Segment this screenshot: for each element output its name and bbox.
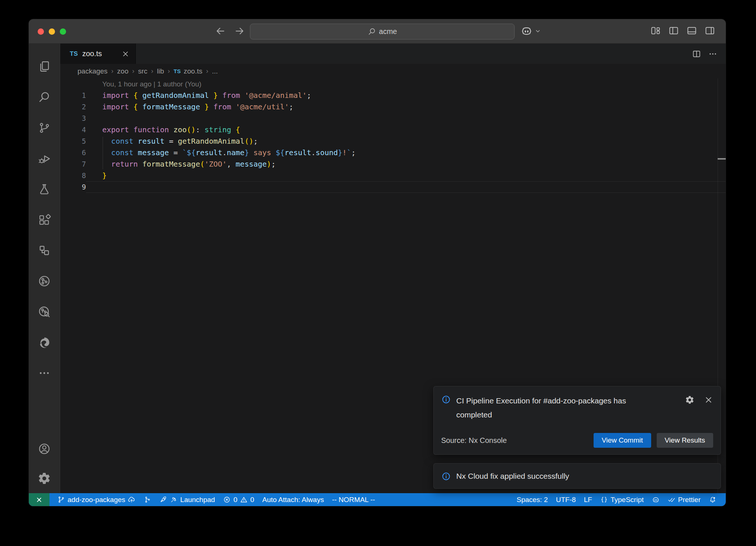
status-item-encoding[interactable]: UTF-8 [552, 493, 580, 506]
status-item-source-control-graph[interactable] [140, 493, 155, 506]
breadcrumb-item[interactable]: packages [78, 67, 107, 75]
line-number: 1 [60, 90, 86, 101]
activity-bar-item-settings[interactable] [29, 464, 60, 493]
view-commit-button[interactable]: View Commit [594, 433, 651, 448]
forward-arrow-icon[interactable] [234, 25, 245, 37]
activity-bar-item-search[interactable] [29, 82, 60, 112]
run-debug-icon [38, 152, 51, 165]
status-item-formatter[interactable]: Prettier [664, 493, 705, 506]
breadcrumb-item[interactable]: ... [212, 67, 218, 75]
chevron-down-icon [534, 27, 542, 35]
status-item-git-branch[interactable]: add-zoo-packages [53, 493, 140, 506]
error-icon [223, 496, 231, 504]
status-bar: add-zoo-packagesLaunchpad00Auto Attach: … [29, 493, 726, 506]
git-blame-text: You, 1 hour ago | 1 author (You) [102, 80, 202, 88]
close-tab-icon[interactable] [121, 50, 130, 58]
activity-bar-item-accounts[interactable] [29, 434, 60, 464]
typescript-file-icon: TS [70, 50, 78, 58]
activity-bar-item-extensions[interactable] [29, 204, 60, 235]
copilot-menu[interactable] [520, 25, 542, 37]
line-number: 7 [60, 158, 86, 170]
status-item-vim-mode[interactable]: -- NORMAL -- [328, 493, 379, 506]
code-line-6[interactable]: 6 const message = `${result.name} says $… [60, 147, 726, 158]
bell-dot-icon [709, 496, 717, 504]
remote-window-icon [35, 495, 44, 504]
code-line-8[interactable]: 8} [60, 170, 726, 181]
minimize-window-button[interactable] [49, 28, 55, 35]
overview-ruler-mark [718, 158, 726, 160]
beaker-icon [38, 182, 51, 196]
notification-close-icon[interactable] [704, 395, 713, 405]
edge-tools-icon [38, 336, 51, 349]
status-item-notifications-bell[interactable] [705, 493, 721, 506]
activity-bar-item-edge-tools[interactable] [29, 327, 60, 358]
code-line-5[interactable]: 5 const result = getRandomAnimal(); [60, 136, 726, 147]
breadcrumb-separator-icon: › [151, 67, 153, 75]
status-item-label: Launchpad [180, 496, 215, 504]
code-line-1[interactable]: 1import { getRandomAnimal } from '@acme/… [60, 90, 726, 101]
status-item-label: -- NORMAL -- [332, 496, 375, 504]
status-item-copilot-status[interactable] [648, 493, 664, 506]
split-editor-icon[interactable] [692, 49, 701, 59]
activity-bar-item-run-debug[interactable] [29, 143, 60, 174]
activity-bar-item-nx-console[interactable] [29, 266, 60, 296]
tab-zoo-ts[interactable]: TS zoo.ts [60, 44, 136, 64]
plug-icon [170, 496, 178, 504]
title-bar: acme [29, 19, 726, 44]
breadcrumb-separator-icon: › [111, 67, 113, 75]
status-item-language[interactable]: TypeScript [596, 493, 648, 506]
copilot-icon [652, 496, 660, 504]
status-item-label: UTF-8 [556, 496, 576, 504]
remote-explorer-icon [38, 244, 51, 257]
breadcrumb-label: zoo [117, 67, 128, 75]
breadcrumb-item[interactable]: TSzoo.ts [173, 67, 202, 75]
view-results-button[interactable]: View Results [657, 433, 713, 448]
breadcrumb: packages›zoo›src›lib›TSzoo.ts›... [60, 64, 726, 78]
line-content: const result = getRandomAnimal(); [86, 136, 726, 147]
breadcrumb-separator-icon: › [132, 67, 134, 75]
status-item-auto-attach[interactable]: Auto Attach: Always [258, 493, 328, 506]
close-window-button[interactable] [38, 28, 44, 35]
code-line-2[interactable]: 2import { formatMessage } from '@acme/ut… [60, 101, 726, 113]
toggle-sidebar-right-icon[interactable] [704, 25, 715, 36]
gear-icon [38, 472, 51, 485]
activity-bar-item-remote-explorer[interactable] [29, 235, 60, 266]
toggle-panel-icon[interactable] [686, 25, 697, 36]
code-line-3[interactable]: 3 [60, 113, 726, 124]
line-content: const message = `${result.name} says ${r… [86, 147, 726, 158]
line-number [60, 78, 86, 90]
status-item-launchpad[interactable]: Launchpad [155, 493, 219, 506]
line-content: return formatMessage('ZOO', message); [86, 158, 726, 170]
activity-bar-item-source-control[interactable] [29, 112, 60, 143]
activity-bar [29, 44, 60, 493]
status-item-indentation[interactable]: Spaces: 2 [512, 493, 552, 506]
back-arrow-icon[interactable] [215, 25, 226, 37]
code-line-9[interactable]: 9 [60, 181, 726, 193]
breadcrumb-label: src [138, 67, 147, 75]
status-item-problems[interactable]: 00 [219, 493, 258, 506]
info-icon [441, 471, 451, 481]
toggle-sidebar-left-icon[interactable] [668, 25, 679, 36]
activity-bar-item-explorer[interactable] [29, 51, 60, 82]
activity-bar-item-more[interactable] [29, 358, 60, 388]
breadcrumb-item[interactable]: zoo [117, 67, 128, 75]
notification-source: Source: Nx Console [441, 436, 507, 445]
status-item-eol[interactable]: LF [580, 493, 596, 506]
cloud-upload-icon [128, 496, 135, 504]
blame-annotation-line[interactable]: You, 1 hour ago | 1 author (You) [60, 78, 726, 90]
code-line-7[interactable]: 7 return formatMessage('ZOO', message); [60, 158, 726, 170]
notification-settings-icon[interactable] [685, 395, 694, 405]
more-actions-icon[interactable] [708, 49, 718, 59]
remote-indicator[interactable] [29, 493, 49, 506]
rocket-icon [159, 496, 167, 504]
code-line-4[interactable]: 4export function zoo(): string { [60, 124, 726, 136]
breadcrumb-item[interactable]: lib [157, 67, 164, 75]
zoom-window-button[interactable] [60, 28, 66, 35]
line-number: 8 [60, 170, 86, 181]
activity-bar-item-testing[interactable] [29, 174, 60, 204]
command-center-search[interactable]: acme [250, 24, 515, 40]
warning-icon [240, 496, 248, 504]
activity-bar-item-nx-cloud[interactable] [29, 296, 60, 327]
customize-layout-icon[interactable] [650, 25, 661, 36]
breadcrumb-item[interactable]: src [138, 67, 147, 75]
